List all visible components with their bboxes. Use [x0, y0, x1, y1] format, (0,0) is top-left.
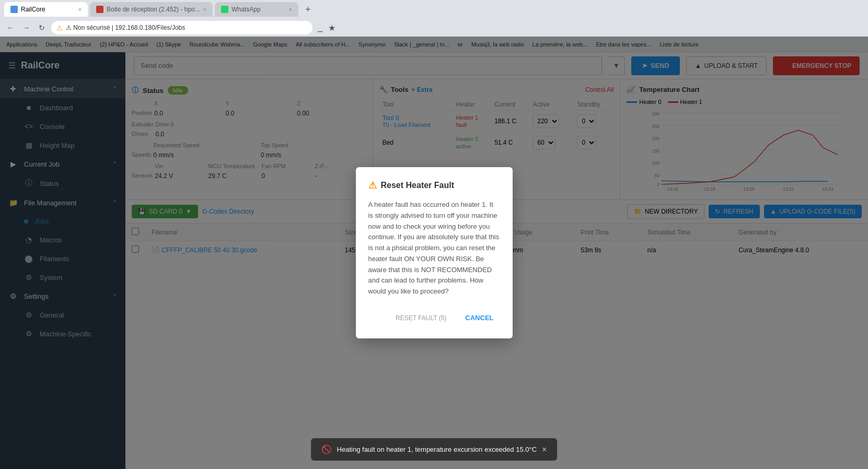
toast-close-button[interactable]: ×	[542, 445, 547, 454]
tab-bar: RailCore × Boite de réception (2.452) - …	[0, 0, 868, 19]
dialog-overlay: ⚠ Reset Heater Fault A heater fault has …	[0, 37, 868, 469]
toast-icon: 🚫	[321, 444, 332, 454]
tab-railcore-close[interactable]: ×	[78, 6, 82, 13]
back-button[interactable]: ←	[4, 21, 17, 34]
address-bar: ← → ↻ ⚠ ⚠ Non sécurisé | 192.168.0.180/F…	[0, 19, 868, 37]
browser-chrome: RailCore × Boite de réception (2.452) - …	[0, 0, 868, 37]
dialog-warning-icon: ⚠	[368, 180, 377, 191]
new-tab-button[interactable]: +	[300, 2, 315, 17]
tab-email-label: Boite de réception (2.452) - hpo...	[107, 6, 200, 13]
dialog-body: A heater fault has occurred on heater 1.…	[368, 200, 500, 297]
security-warning-icon: ⚠	[56, 24, 63, 32]
email-favicon	[96, 6, 103, 13]
whatsapp-favicon	[221, 6, 228, 13]
forward-button[interactable]: →	[20, 21, 32, 34]
url-text: ⚠ Non sécurisé | 192.168.0.180/Files/Job…	[66, 24, 185, 31]
reset-heater-dialog: ⚠ Reset Heater Fault A heater fault has …	[356, 167, 513, 338]
tab-whatsapp-label: WhatsApp	[232, 6, 260, 13]
extensions-icon[interactable]: ⎯	[316, 23, 325, 32]
railcore-favicon	[10, 6, 18, 13]
tab-whatsapp-close[interactable]: ×	[289, 6, 292, 13]
reload-button[interactable]: ↻	[36, 21, 48, 34]
tab-railcore[interactable]: RailCore ×	[4, 2, 88, 17]
url-bar[interactable]: ⚠ ⚠ Non sécurisé | 192.168.0.180/Files/J…	[51, 21, 313, 34]
toast-message: Heating fault on heater 1, temperature e…	[337, 445, 537, 453]
bookmark-icon[interactable]: ★	[328, 23, 335, 33]
tab-railcore-label: RailCore	[21, 6, 45, 13]
dialog-actions: RESET FAULT (5) CANCEL	[368, 310, 500, 326]
tab-email-close[interactable]: ×	[203, 6, 206, 13]
toast-notification: 🚫 Heating fault on heater 1, temperature…	[311, 438, 558, 461]
reset-fault-button[interactable]: RESET FAULT (5)	[389, 310, 453, 326]
dialog-title-text: Reset Heater Fault	[381, 181, 455, 190]
tab-email[interactable]: Boite de réception (2.452) - hpo... ×	[90, 2, 213, 17]
cancel-button[interactable]: CANCEL	[459, 310, 500, 326]
tab-whatsapp[interactable]: WhatsApp ×	[215, 2, 298, 17]
dialog-title: ⚠ Reset Heater Fault	[368, 180, 500, 191]
